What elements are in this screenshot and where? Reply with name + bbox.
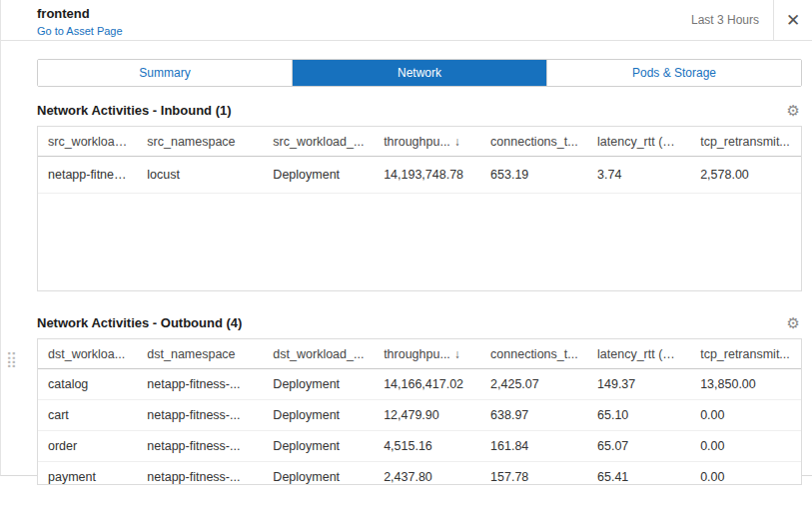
inbound-header-row: src_workload... src_namespace src_worklo…	[38, 127, 801, 157]
cell-latency: 149.37	[587, 369, 690, 400]
table-row[interactable]: order netapp-fitness-... Deployment 4,51…	[38, 431, 801, 462]
table-row[interactable]: catalog netapp-fitness-... Deployment 14…	[38, 369, 801, 400]
cell-latency: 65.41	[587, 462, 690, 486]
cell-throughput: 12,479.90	[374, 400, 480, 431]
inbound-table: src_workload... src_namespace src_worklo…	[37, 126, 802, 291]
sort-descending-icon[interactable]: ↓	[454, 347, 460, 361]
cell-dst-namespace: netapp-fitness-...	[137, 369, 263, 400]
cell-src-namespace: locust	[137, 157, 263, 194]
tab-bar: Summary Network Pods & Storage	[37, 59, 802, 87]
outbound-col-connections[interactable]: connections_t...	[480, 339, 587, 369]
table-row[interactable]: payment netapp-fitness-... Deployment 2,…	[38, 462, 801, 486]
inbound-col-throughput[interactable]: throughpu...↓	[374, 127, 480, 157]
cell-dst-workload: catalog	[38, 369, 137, 400]
cell-tcp-retransmit: 0.00	[690, 462, 801, 486]
cell-tcp-retransmit: 13,850.00	[690, 369, 801, 400]
cell-dst-workload-type: Deployment	[263, 369, 374, 400]
inbound-col-latency[interactable]: latency_rtt (ms)	[587, 127, 690, 157]
cell-connections: 161.84	[480, 431, 587, 462]
cell-throughput: 14,166,417.02	[374, 369, 480, 400]
cell-tcp-retransmit: 0.00	[690, 431, 801, 462]
header-actions: Last 3 Hours ✕	[691, 0, 812, 40]
cell-connections: 638.97	[480, 400, 587, 431]
outbound-header-row: dst_workloa... dst_namespace dst_workloa…	[38, 339, 801, 369]
table-row[interactable]: netapp-fitnes... locust Deployment 14,19…	[38, 157, 801, 194]
outbound-col-dst-workload[interactable]: dst_workloa...	[38, 339, 137, 369]
cell-connections: 2,425.07	[480, 369, 587, 400]
panel-header: frontend Go to Asset Page Last 3 Hours ✕	[1, 0, 812, 41]
header-title-group: frontend Go to Asset Page	[1, 0, 123, 40]
cell-throughput: 4,515.16	[374, 431, 480, 462]
cell-connections: 157.78	[480, 462, 587, 486]
outbound-col-dst-workload-type[interactable]: dst_workload_...	[263, 339, 374, 369]
outbound-col-dst-namespace[interactable]: dst_namespace	[137, 339, 263, 369]
tab-network[interactable]: Network	[293, 60, 547, 86]
cell-dst-workload-type: Deployment	[263, 400, 374, 431]
cell-latency: 65.07	[587, 431, 690, 462]
cell-latency: 3.74	[587, 157, 690, 194]
outbound-section-title: Network Activities - Outbound (4)	[37, 315, 242, 330]
cell-tcp-retransmit: 0.00	[690, 400, 801, 431]
cell-dst-workload: order	[38, 431, 137, 462]
time-range-label: Last 3 Hours	[691, 0, 773, 40]
inbound-col-src-namespace[interactable]: src_namespace	[137, 127, 263, 157]
tab-pods-storage[interactable]: Pods & Storage	[547, 60, 801, 86]
tab-summary[interactable]: Summary	[38, 60, 293, 86]
cell-throughput: 14,193,748.78	[374, 157, 480, 194]
table-row[interactable]: cart netapp-fitness-... Deployment 12,47…	[38, 400, 801, 431]
outbound-table: dst_workloa... dst_namespace dst_workloa…	[37, 338, 802, 485]
cell-dst-workload: cart	[38, 400, 137, 431]
cell-connections: 653.19	[480, 157, 587, 194]
inbound-col-connections[interactable]: connections_t...	[480, 127, 587, 157]
outbound-settings-gear-icon[interactable]: ⚙	[787, 315, 802, 330]
cell-dst-namespace: netapp-fitness-...	[137, 400, 263, 431]
outbound-col-tcp-retransmit[interactable]: tcp_retransmit...	[690, 339, 801, 369]
panel-content: Summary Network Pods & Storage Network A…	[1, 59, 812, 485]
cell-latency: 65.10	[587, 400, 690, 431]
cell-src-workload-type: Deployment	[263, 157, 374, 194]
cell-dst-namespace: netapp-fitness-...	[137, 462, 263, 486]
inbound-section-title: Network Activities - Inbound (1)	[37, 103, 232, 118]
cell-dst-workload: payment	[38, 462, 137, 486]
close-icon[interactable]: ✕	[774, 0, 812, 40]
outbound-col-latency[interactable]: latency_rtt (ms)	[587, 339, 690, 369]
outbound-col-throughput[interactable]: throughpu...↓	[374, 339, 480, 369]
sort-descending-icon[interactable]: ↓	[454, 135, 460, 149]
cell-tcp-retransmit: 2,578.00	[690, 157, 801, 194]
inbound-settings-gear-icon[interactable]: ⚙	[787, 103, 802, 118]
outbound-section-header: Network Activities - Outbound (4) ⚙	[37, 315, 802, 330]
inbound-col-src-workload[interactable]: src_workload...	[38, 127, 137, 157]
inbound-col-src-workload-type[interactable]: src_workload_...	[263, 127, 374, 157]
cell-src-workload: netapp-fitnes...	[38, 157, 137, 194]
cell-dst-workload-type: Deployment	[263, 431, 374, 462]
go-to-asset-page-link[interactable]: Go to Asset Page	[37, 25, 123, 37]
cell-throughput: 2,437.80	[374, 462, 480, 486]
page-title: frontend	[37, 6, 123, 21]
panel-drag-handle-icon[interactable]: ⣿	[6, 351, 17, 366]
inbound-col-tcp-retransmit[interactable]: tcp_retransmit...	[690, 127, 801, 157]
inbound-section-header: Network Activities - Inbound (1) ⚙	[37, 103, 802, 118]
cell-dst-workload-type: Deployment	[263, 462, 374, 486]
cell-dst-namespace: netapp-fitness-...	[137, 431, 263, 462]
slideout-panel: frontend Go to Asset Page Last 3 Hours ✕…	[0, 0, 812, 476]
